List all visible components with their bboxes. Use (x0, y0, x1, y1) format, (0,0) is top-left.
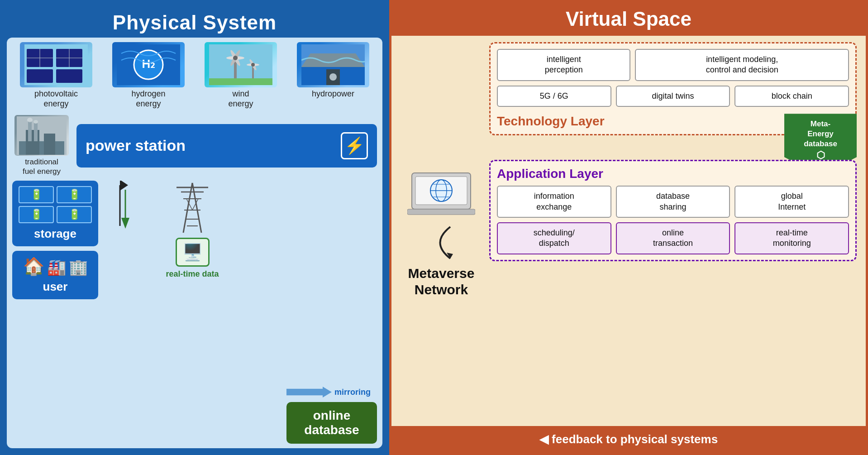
svg-rect-55 (407, 209, 475, 215)
monitor-icon: 🖥️ (182, 243, 203, 261)
metaverse-network-label: MetaverseNetwork (408, 265, 475, 298)
right-layers: intelligentperception intelligent modeli… (489, 42, 857, 420)
svg-point-21 (251, 63, 255, 67)
scheduling-cell: scheduling/dispatch (497, 222, 611, 254)
virtual-title: Virtual Space (391, 2, 866, 36)
svg-rect-31 (44, 134, 55, 155)
mirroring-row: mirroring (286, 387, 371, 398)
tech-row1: intelligentperception intelligent modeli… (497, 49, 849, 81)
digital-twins-cell: digital twins (616, 86, 730, 107)
tech-row2: 5G / 6G digital twins block chain (497, 86, 849, 107)
virtual-panel: Virtual Space (389, 0, 868, 455)
mirroring-label: mirroring (334, 388, 371, 397)
traditional-fuel-label: traditionalfuel energy (23, 158, 61, 176)
solar-label: photovoltaicenergy (34, 89, 78, 109)
mirroring-arrow (286, 387, 332, 398)
online-database-box: online database (286, 402, 377, 444)
app-layer-box: Application Layer informationexchange da… (489, 160, 857, 261)
online-db-label: online database (295, 408, 369, 437)
physical-panel: Physical System (0, 0, 389, 455)
blockchain-cell: block chain (734, 86, 849, 107)
online-db-col: mirroring online database (286, 181, 377, 444)
svg-rect-33 (34, 123, 38, 141)
svg-point-34 (27, 118, 33, 122)
svg-rect-3 (27, 69, 53, 83)
battery-icon-2: 🔋 (57, 186, 92, 203)
power-station-label: power station (86, 137, 186, 154)
svg-rect-22 (209, 78, 272, 85)
global-internet-cell: globalInternet (734, 186, 849, 218)
solar-energy-item: photovoltaicenergy (20, 42, 92, 109)
wind-label: windenergy (228, 89, 253, 109)
wind-image (205, 42, 277, 87)
info-exchange-cell: informationexchange (497, 186, 611, 218)
lightning-icon: ⚡ (341, 132, 368, 159)
meta-energy-label: Meta-Energydatabase (804, 120, 837, 148)
5g6g-cell: 5G / 6G (497, 86, 611, 107)
wind-energy-item: windenergy (205, 42, 277, 109)
intelligent-modeling-cell: intelligent modeling,control and decisio… (635, 49, 849, 81)
svg-rect-4 (56, 69, 82, 83)
laptop-svg (407, 164, 475, 218)
solar-image (20, 42, 92, 87)
battery-icon-3: 🔋 (19, 206, 54, 223)
middle-row: traditionalfuel energy power station ⚡ (12, 115, 377, 176)
traditional-fuel-image (14, 115, 69, 156)
metaverse-col: MetaverseNetwork (401, 42, 482, 420)
app-layer-label: Application Layer (497, 167, 849, 181)
hydro-label: hydropower (312, 89, 354, 99)
main-container: Physical System (0, 0, 868, 455)
bottom-area: 🔋 🔋 🔋 🔋 storage 🏠 🏭 🏢 u (12, 181, 377, 444)
hydro-image (297, 42, 369, 87)
network-icon: ⬡ (816, 149, 825, 161)
grid-tower-svg (174, 181, 210, 235)
storage-box: 🔋 🔋 🔋 🔋 storage (12, 181, 98, 246)
intelligent-perception-cell: intelligentperception (497, 49, 630, 81)
tech-layer-label: Technology Layer (497, 114, 605, 129)
storage-label: storage (19, 227, 92, 241)
factory-icon: 🏭 (47, 258, 66, 276)
traditional-fuel-item: traditionalfuel energy (12, 115, 71, 176)
meta-energy-spacer: Meta-Energydatabase ⬡ (489, 141, 857, 154)
app-info-row: informationexchange databasesharing glob… (497, 186, 849, 218)
feedback-label: feedback to physical systems (552, 432, 718, 446)
user-box: 🏠 🏭 🏢 user (12, 251, 98, 299)
db-sharing-cell: databasesharing (616, 186, 730, 218)
laptop-globe (407, 164, 475, 220)
svg-point-35 (33, 120, 38, 124)
hydrogen-energy-item: H₂ hydrogenenergy (112, 42, 185, 109)
feedback-bar: ◀ feedback to physical systems (391, 426, 866, 453)
storage-icons: 🔋 🔋 🔋 🔋 (19, 186, 92, 223)
feedback-arrow-left: ◀ (539, 432, 552, 446)
storage-user-col: 🔋 🔋 🔋 🔋 storage 🏠 🏭 🏢 u (12, 181, 98, 444)
physical-inner: photovoltaicenergy H₂ hydrogenenergy (7, 38, 382, 448)
svg-point-17 (233, 56, 238, 60)
lightning-symbol: ⚡ (344, 136, 365, 155)
svg-rect-32 (28, 121, 32, 141)
hydrogen-label: hydrogenenergy (131, 89, 165, 109)
virtual-content: MetaverseNetwork intelligentperception i… (391, 36, 866, 426)
svg-point-27 (329, 73, 337, 81)
svg-text:H₂: H₂ (142, 57, 155, 71)
building-icon: 🏢 (69, 258, 88, 276)
hydro-energy-item: hydropower (297, 42, 369, 109)
center-col: 🖥️ real-time data (103, 181, 282, 444)
realtime-data-label: real-time data (166, 269, 219, 279)
energy-sources-row: photovoltaicenergy H₂ hydrogenenergy (12, 42, 377, 109)
hydrogen-image: H₂ (112, 42, 185, 87)
battery-icon-4: 🔋 (57, 206, 92, 223)
physical-title: Physical System (7, 7, 382, 38)
power-station-box: power station ⚡ (76, 124, 377, 168)
online-transaction-cell: onlinetransaction (616, 222, 730, 254)
user-icons: 🏠 🏭 🏢 (23, 256, 88, 276)
user-label: user (43, 280, 68, 294)
battery-icon-1: 🔋 (19, 186, 54, 203)
monitor-box: 🖥️ (176, 238, 210, 267)
house-icon: 🏠 (23, 256, 44, 276)
curve-arrow-svg (428, 225, 455, 261)
realtime-monitoring-cell: real-timemonitoring (734, 222, 849, 254)
app-action-row: scheduling/dispatch onlinetransaction re… (497, 222, 849, 254)
